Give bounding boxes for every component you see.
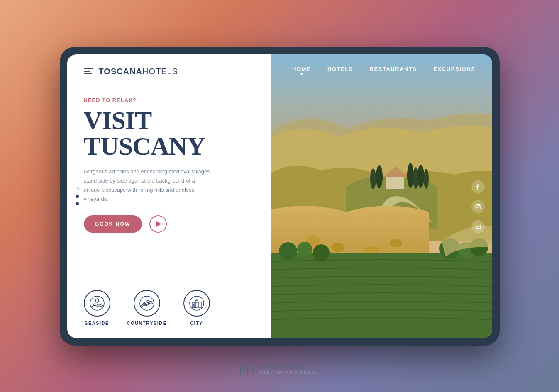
categories-row: SEASIDE COUNTRYSIDE bbox=[84, 290, 254, 326]
svg-point-1 bbox=[95, 299, 99, 302]
book-now-button[interactable]: BOOK NOW bbox=[84, 215, 142, 233]
logo-toscana: TOSCANA bbox=[99, 67, 143, 76]
svg-point-32 bbox=[477, 205, 479, 208]
youtube-icon[interactable] bbox=[471, 220, 485, 233]
nav-excursions[interactable]: EXCURSIONS bbox=[434, 66, 476, 72]
hero-subtitle: NEED TO RELAX? bbox=[84, 97, 254, 103]
indicator-2[interactable] bbox=[76, 195, 79, 198]
left-panel: TOSCANAHOTELS NEED TO RELAX? VISIT TUSCA… bbox=[67, 54, 271, 338]
slide-indicators bbox=[76, 187, 79, 205]
svg-point-17 bbox=[407, 163, 414, 188]
svg-rect-9 bbox=[193, 306, 194, 307]
right-panel: HOME HOTELS RESTAURANTS EXCURSIONS bbox=[271, 54, 492, 338]
nav-hotels[interactable]: HOTELS bbox=[327, 66, 353, 72]
hero-title: VISIT TUSCANY bbox=[84, 107, 254, 159]
brand-logo: TOSCANAHOTELS bbox=[99, 67, 178, 76]
indicator-3[interactable] bbox=[76, 202, 79, 205]
instagram-icon[interactable] bbox=[471, 200, 485, 213]
play-button[interactable] bbox=[149, 215, 167, 233]
seaside-label: SEASIDE bbox=[85, 321, 109, 326]
navigation-bar: HOME HOTELS RESTAURANTS EXCURSIONS bbox=[271, 54, 492, 84]
svg-point-25 bbox=[279, 242, 297, 261]
svg-point-27 bbox=[313, 244, 330, 261]
cta-row: BOOK NOW bbox=[84, 215, 254, 233]
svg-point-24 bbox=[390, 239, 402, 247]
category-seaside[interactable]: SEASIDE bbox=[84, 290, 110, 326]
svg-point-33 bbox=[479, 205, 480, 206]
svg-point-19 bbox=[417, 165, 424, 188]
svg-point-22 bbox=[331, 243, 344, 252]
nav-restaurants[interactable]: RESTAURANTS bbox=[370, 66, 417, 72]
category-city[interactable]: CITY bbox=[183, 290, 210, 326]
svg-rect-11 bbox=[198, 302, 199, 303]
svg-point-3 bbox=[147, 300, 149, 303]
nav-items: HOME HOTELS RESTAURANTS EXCURSIONS bbox=[292, 66, 475, 72]
svg-point-26 bbox=[297, 242, 312, 257]
watermark-logo: PETERMOCANU WEB / GRAPHIC DESIGN bbox=[239, 364, 319, 375]
city-label: CITY bbox=[190, 321, 203, 326]
svg-point-4 bbox=[190, 296, 204, 310]
city-icon-circle bbox=[183, 290, 210, 317]
city-icon bbox=[189, 295, 205, 311]
nav-home[interactable]: HOME bbox=[292, 66, 311, 72]
hero-description: Gorgeous art cities and enchanting medie… bbox=[84, 167, 212, 204]
svg-point-20 bbox=[424, 169, 429, 189]
tablet-device: TOSCANAHOTELS NEED TO RELAX? VISIT TUSCA… bbox=[60, 47, 500, 346]
hamburger-menu[interactable] bbox=[84, 68, 93, 74]
countryside-icon-circle bbox=[134, 290, 160, 317]
tuscany-landscape-svg bbox=[271, 54, 492, 338]
footer-watermark: PETERMOCANU WEB / GRAPHIC DESIGN bbox=[239, 364, 319, 375]
svg-rect-7 bbox=[199, 302, 201, 308]
tablet-screen: TOSCANAHOTELS NEED TO RELAX? VISIT TUSCA… bbox=[67, 54, 492, 338]
svg-rect-10 bbox=[196, 302, 197, 303]
indicator-1[interactable] bbox=[76, 187, 79, 190]
countryside-label: COUNTRYSIDE bbox=[127, 321, 167, 326]
svg-rect-31 bbox=[476, 204, 481, 209]
svg-rect-5 bbox=[192, 303, 195, 308]
seaside-icon-circle bbox=[84, 290, 110, 317]
svg-marker-35 bbox=[477, 226, 479, 227]
category-countryside[interactable]: COUNTRYSIDE bbox=[127, 290, 167, 326]
facebook-icon[interactable] bbox=[471, 180, 485, 193]
seaside-icon bbox=[89, 295, 105, 311]
petermocanu-logo bbox=[239, 364, 254, 375]
header: TOSCANAHOTELS bbox=[84, 67, 254, 76]
hero-content: NEED TO RELAX? VISIT TUSCANY Gorgeous ar… bbox=[84, 97, 254, 290]
hero-image bbox=[271, 54, 492, 338]
svg-point-15 bbox=[376, 165, 383, 188]
social-icons bbox=[471, 180, 485, 233]
watermark-brand-text: PETERMOCANU WEB / GRAPHIC DESIGN bbox=[259, 365, 319, 375]
svg-rect-13 bbox=[386, 177, 404, 189]
svg-rect-8 bbox=[193, 304, 194, 305]
countryside-icon bbox=[139, 295, 155, 311]
logo-hotels: HOTELS bbox=[142, 67, 178, 76]
play-icon bbox=[156, 221, 161, 227]
svg-point-16 bbox=[370, 168, 376, 189]
